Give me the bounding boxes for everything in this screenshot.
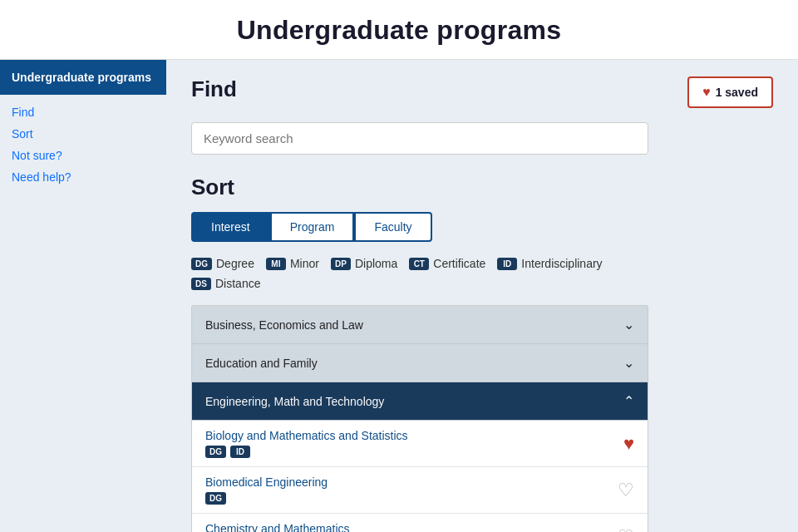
- page-title: Undergraduate programs: [0, 15, 798, 46]
- filter-distance-label: Distance: [215, 277, 260, 290]
- saved-button[interactable]: ♥ 1 saved: [687, 76, 773, 108]
- sort-btn-interest[interactable]: Interest: [191, 212, 270, 242]
- filter-minor-label: Minor: [290, 257, 319, 270]
- badge-dg-bio2: DG: [205, 492, 226, 505]
- sort-title: Sort: [191, 175, 773, 200]
- filter-diploma[interactable]: DP Diploma: [331, 257, 397, 270]
- chevron-down-icon: ⌄: [623, 317, 634, 332]
- sort-btn-faculty[interactable]: Faculty: [354, 212, 431, 242]
- badge-mi: MI: [266, 258, 286, 270]
- filter-certificate-label: Certificate: [433, 257, 485, 270]
- badge-dp: DP: [331, 258, 351, 270]
- sort-buttons: Interest Program Faculty: [191, 212, 773, 242]
- sort-btn-program[interactable]: Program: [270, 212, 355, 242]
- program-item-biology: Biology and Mathematics and Statistics D…: [192, 421, 648, 467]
- chevron-up-icon: ⌃: [623, 393, 634, 409]
- saved-label: 1 saved: [716, 86, 758, 99]
- badge-dg-bio: DG: [205, 446, 226, 458]
- main-layout: Undergraduate programs Find Sort Not sur…: [0, 60, 798, 532]
- sidebar-item-sort[interactable]: Sort: [0, 123, 166, 145]
- find-title: Find: [191, 76, 237, 102]
- category-education[interactable]: Education and Family ⌄: [192, 344, 648, 382]
- program-item-biomedical: Biomedical Engineering DG ♡: [192, 467, 648, 514]
- program-info-chemistry: Chemistry and Mathematics DG ID: [205, 522, 350, 532]
- badge-ds: DS: [191, 278, 211, 290]
- sidebar-item-need-help[interactable]: Need help?: [0, 166, 166, 188]
- category-business-label: Business, Economics and Law: [205, 318, 363, 332]
- filter-row: DG Degree MI Minor DP Diploma CT Certifi…: [191, 257, 773, 290]
- sidebar-section-title: Undergraduate programs: [0, 60, 166, 95]
- sidebar-nav: Find Sort Not sure? Need help?: [0, 95, 166, 195]
- filter-interdisciplinary[interactable]: ID Interdisciplinary: [497, 257, 602, 270]
- filter-diploma-label: Diploma: [355, 257, 397, 270]
- category-engineering[interactable]: Engineering, Math and Technology ⌃: [192, 382, 648, 421]
- program-item-chemistry: Chemistry and Mathematics DG ID ♡: [192, 514, 648, 532]
- save-heart-biomedical[interactable]: ♡: [618, 480, 634, 501]
- program-link-chemistry[interactable]: Chemistry and Mathematics: [205, 522, 350, 532]
- find-section-topbar: Find ♥ 1 saved: [191, 76, 773, 112]
- chevron-down-icon-2: ⌄: [623, 355, 634, 371]
- page-header: Undergraduate programs: [0, 0, 798, 60]
- filter-distance[interactable]: DS Distance: [191, 277, 773, 290]
- sidebar-item-find[interactable]: Find: [0, 101, 166, 123]
- program-list: Business, Economics and Law ⌄ Education …: [191, 305, 648, 532]
- filter-interdisciplinary-label: Interdisciplinary: [521, 257, 602, 270]
- content-area: Find ♥ 1 saved Sort Interest Program Fac…: [166, 60, 798, 532]
- program-badges-biomedical: DG: [205, 492, 328, 505]
- category-engineering-label: Engineering, Math and Technology: [205, 395, 384, 408]
- program-info-biology: Biology and Mathematics and Statistics D…: [205, 429, 408, 458]
- filter-degree[interactable]: DG Degree: [191, 257, 254, 270]
- program-link-biomedical[interactable]: Biomedical Engineering: [205, 475, 328, 489]
- program-badges-biology: DG ID: [205, 446, 408, 458]
- filter-minor[interactable]: MI Minor: [266, 257, 319, 270]
- category-business[interactable]: Business, Economics and Law ⌄: [192, 306, 648, 344]
- heart-saved-icon: ♥: [702, 85, 711, 100]
- filter-degree-label: Degree: [216, 257, 254, 270]
- filter-certificate[interactable]: CT Certificate: [409, 257, 485, 270]
- badge-dg: DG: [191, 258, 212, 270]
- sidebar-item-not-sure[interactable]: Not sure?: [0, 145, 166, 166]
- badge-id-bio: ID: [230, 446, 250, 458]
- search-input[interactable]: [191, 122, 648, 155]
- badge-id: ID: [497, 258, 517, 270]
- save-heart-chemistry[interactable]: ♡: [618, 526, 634, 533]
- program-link-biology[interactable]: Biology and Mathematics and Statistics: [205, 429, 408, 442]
- sidebar: Undergraduate programs Find Sort Not sur…: [0, 60, 166, 532]
- program-info-biomedical: Biomedical Engineering DG: [205, 475, 328, 505]
- save-heart-biology[interactable]: ♥: [623, 433, 634, 455]
- badge-ct: CT: [409, 258, 429, 270]
- category-education-label: Education and Family: [205, 357, 318, 370]
